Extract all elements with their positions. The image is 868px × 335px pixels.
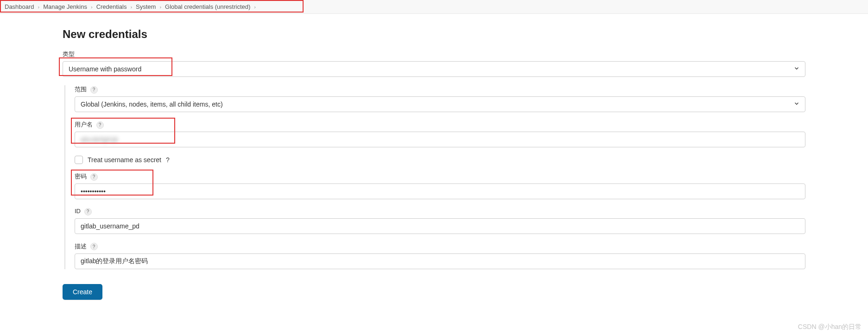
breadcrumb-item-dashboard[interactable]: Dashboard (5, 3, 34, 10)
field-treat-secret: Treat username as secret ? (75, 156, 805, 164)
checkbox-treat-secret[interactable] (75, 156, 83, 164)
field-username: 用户名 ? abcdefghijk (75, 120, 805, 147)
main-content: New credentials 类型 Username with passwor… (0, 14, 868, 318)
label-type: 类型 (63, 50, 805, 58)
breadcrumb-item-system[interactable]: System (136, 3, 156, 10)
input-description[interactable] (75, 253, 805, 269)
input-username[interactable]: abcdefghijk (75, 132, 805, 147)
help-icon[interactable]: ? (90, 243, 98, 250)
label-description: 描述 ? (75, 242, 805, 251)
page-title: New credentials (63, 28, 805, 41)
breadcrumb-item-manage[interactable]: Manage Jenkins (43, 3, 87, 10)
label-scope: 范围 ? (75, 85, 805, 94)
help-icon[interactable]: ? (90, 86, 98, 94)
field-password: 密码 ? ••••••••••• (75, 172, 805, 199)
field-description: 描述 ? (75, 242, 805, 269)
chevron-right-icon: › (254, 4, 256, 10)
input-id[interactable] (75, 218, 805, 234)
indented-fields: 范围 ? Global (Jenkins, nodes, items, all … (64, 85, 805, 269)
breadcrumb-item-credentials[interactable]: Credentials (96, 3, 127, 10)
field-id: ID ? (75, 208, 805, 234)
help-icon[interactable]: ? (90, 173, 98, 181)
select-type[interactable]: Username with password (63, 61, 805, 77)
label-id: ID ? (75, 208, 805, 215)
label-username: 用户名 ? (75, 120, 805, 129)
field-type: 类型 Username with password (63, 50, 805, 77)
input-password[interactable]: ••••••••••• (75, 183, 805, 199)
label-treat-secret: Treat username as secret (88, 156, 161, 164)
chevron-right-icon: › (159, 4, 161, 10)
field-scope: 范围 ? Global (Jenkins, nodes, items, all … (75, 85, 805, 112)
help-icon[interactable]: ? (84, 208, 92, 215)
chevron-right-icon: › (130, 4, 132, 10)
breadcrumb-item-global[interactable]: Global credentials (unrestricted) (165, 3, 250, 10)
breadcrumb: Dashboard › Manage Jenkins › Credentials… (0, 0, 868, 14)
help-icon[interactable]: ? (166, 156, 170, 164)
help-icon[interactable]: ? (96, 121, 104, 129)
label-password: 密码 ? (75, 172, 805, 181)
select-scope[interactable]: Global (Jenkins, nodes, items, all child… (75, 96, 805, 112)
chevron-right-icon: › (91, 4, 93, 10)
create-button[interactable]: Create (63, 284, 102, 300)
chevron-right-icon: › (38, 4, 40, 10)
